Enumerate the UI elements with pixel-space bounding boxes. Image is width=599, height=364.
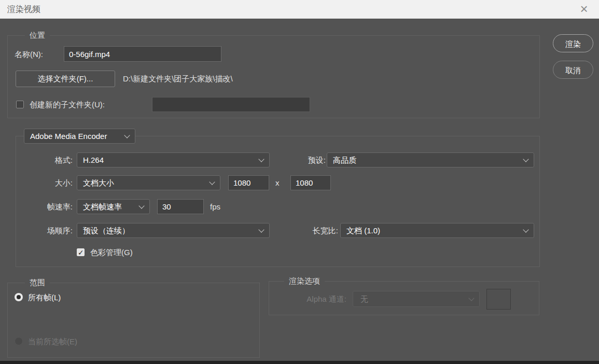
chevron-down-icon [258,156,264,162]
bottom-edge-strip [0,361,599,364]
cancel-button[interactable]: 取消 [553,61,593,79]
size-select[interactable]: 文档大小 [77,175,220,190]
framerate-select-value: 文档帧速率 [83,200,122,214]
fps-input[interactable] [157,199,204,214]
file-name-label: 名称(N): [15,47,43,62]
render-video-dialog: 渲染视频 渲染 取消 位置 名称(N): 选择文件夹(F)... D:\新建文件… [0,0,599,364]
file-name-input[interactable] [64,46,221,62]
alpha-channel-select-value: 无 [360,291,368,306]
all-frames-label: 所有帧(L) [28,292,61,303]
field-order-label: 场顺序: [16,223,73,238]
framerate-select[interactable]: 文档帧速率 [77,199,150,214]
dialog-title: 渲染视频 [7,0,40,19]
color-management-checkbox[interactable] [77,248,85,256]
folder-path-text: D:\新建文件夹\团子大家族\描改\ [123,71,233,87]
range-legend: 范围 [25,277,50,288]
alpha-channel-label: Alpha 通道: [280,291,346,307]
framerate-label: 帧速率: [16,199,73,214]
chevron-down-icon [258,227,264,232]
title-bar: 渲染视频 [0,0,599,19]
create-subfolder-label: 创建新的子文件夹(U): [30,97,105,112]
render-options-legend: 渲染选项 [284,276,325,286]
fps-unit-label: fps [210,199,220,214]
size-select-value: 文档大小 [83,176,114,190]
size-separator: x [275,175,280,190]
format-label: 格式: [16,152,73,167]
size-label: 大小: [16,175,73,190]
format-select[interactable]: H.264 [77,152,270,167]
choose-folder-button[interactable]: 选择文件夹(F)... [16,71,115,87]
close-icon[interactable] [573,0,595,19]
all-frames-radio[interactable] [15,293,23,301]
alpha-channel-select: 无 [353,291,480,307]
current-frames-label: 当前所选帧(E) [28,336,77,347]
preset-label: 预设: [274,152,326,167]
chevron-down-icon [468,295,474,301]
field-order-select-value: 预设（连续） [83,223,130,237]
aspect-select-value: 文档 (1.0) [346,223,380,237]
encoder-select-value: Adobe Media Encoder [30,129,107,143]
aspect-select[interactable]: 文档 (1.0) [340,223,534,238]
chevron-down-icon [523,227,528,232]
aspect-label: 长宽比: [280,223,338,238]
preset-select-value: 高品质 [333,153,356,167]
current-frames-radio [15,337,23,345]
chevron-down-icon [209,179,215,185]
format-select-value: H.264 [83,153,104,167]
preset-select[interactable]: 高品质 [327,152,534,167]
size-width-input[interactable] [228,175,269,190]
chevron-down-icon [523,156,528,162]
alpha-swatch-box [486,289,511,310]
color-management-label: 色彩管理(G) [90,247,133,258]
chevron-down-icon [124,132,130,138]
encoder-select[interactable]: Adobe Media Encoder [24,129,135,144]
size-height-input[interactable] [290,175,331,190]
field-order-select[interactable]: 预设（连续） [77,223,270,238]
create-subfolder-checkbox[interactable] [16,101,24,108]
render-button[interactable]: 渲染 [553,34,593,52]
subfolder-name-input [152,97,310,112]
chevron-down-icon [138,203,144,208]
location-legend: 位置 [25,30,50,40]
